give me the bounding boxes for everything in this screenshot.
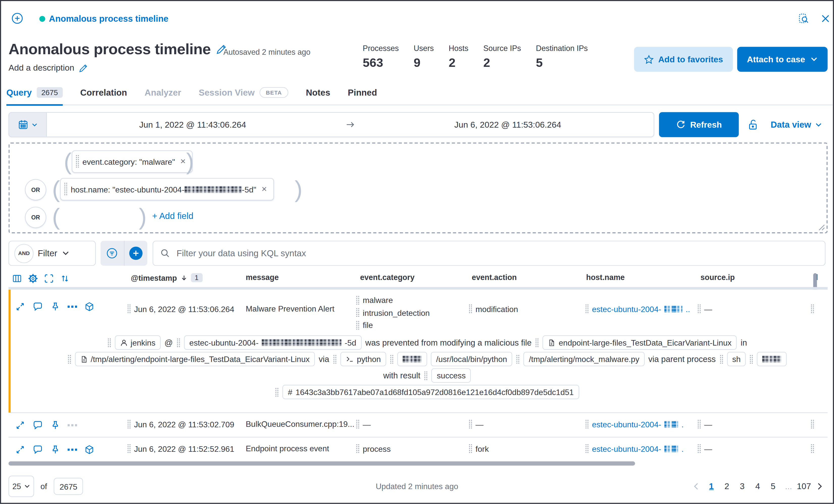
file-path-pill[interactable]: /tmp/alerting/endpoint-large-files_TestD… [75,352,315,366]
drag-handle[interactable] [585,444,589,453]
drag-handle[interactable] [64,182,68,196]
parent-process-pill[interactable]: sh [727,352,746,366]
drag-handle[interactable] [516,354,520,364]
kql-search-input[interactable] [175,248,818,259]
cell-source-ip[interactable]: — [697,304,712,314]
attach-to-case-button[interactable]: Attach to case [737,47,828,72]
redacted-pill[interactable] [397,352,427,366]
resize-handle-icon[interactable] [819,224,825,231]
remove-icon[interactable]: × [262,184,267,194]
drag-handle[interactable] [356,308,360,318]
cell-event-category[interactable]: — [356,419,371,429]
cell-event-category[interactable]: process [356,444,391,453]
process-pill[interactable]: python [340,352,386,366]
lock-date-picker-button[interactable] [743,112,763,137]
tab-correlation[interactable]: Correlation [80,88,127,106]
cell-event-action[interactable]: modification [468,304,518,314]
drag-handle[interactable] [468,419,472,429]
script-args-pill[interactable]: /tmp/alerting/mock_malware.py [524,352,645,366]
column-header-event-category[interactable]: event.category [360,273,415,282]
drag-handle[interactable] [585,304,589,314]
columns-button[interactable] [12,273,22,284]
cell-message[interactable]: BulkQueueConsumer.cpp:19... [246,419,354,429]
tab-query[interactable]: Query 2675 [6,87,63,106]
close-button[interactable] [820,14,831,24]
new-timeline-button[interactable] [10,12,24,25]
host-pill[interactable]: estec-ubuntu-2004--5d [184,336,361,350]
page-button-2[interactable]: 2 [720,479,734,493]
cell-event-category[interactable]: malware intrusion_detection file [356,294,430,331]
quick-select-button[interactable] [9,113,47,137]
drag-handle[interactable] [275,387,279,397]
query-pill-host-name[interactable]: host.name: "estec-ubuntu-2004--5d" × [60,178,274,200]
drag-handle[interactable] [75,155,79,168]
cell-host-name[interactable]: estec-ubuntu-2004-.. [585,304,690,314]
add-note-icon[interactable] [32,420,43,431]
cell-source-ip[interactable]: — [697,444,712,453]
drag-handle[interactable] [697,304,701,314]
drag-handle[interactable] [424,371,428,381]
saved-queries-button[interactable] [101,241,124,266]
drag-handle[interactable] [719,354,723,364]
table-row[interactable]: Jun 6, 2022 @ 11:52:52.961 Endpoint proc… [8,437,828,462]
cell-host-name[interactable]: estec-ubuntu-2004-. [585,444,684,453]
table-row[interactable]: Jun 6, 2022 @ 11:53:02.709 BulkQueueCons… [8,412,828,437]
page-button-107[interactable]: 107 [797,479,811,493]
drag-handle[interactable] [67,354,71,364]
drag-handle[interactable] [697,419,701,429]
redacted-pill[interactable] [757,352,787,366]
page-button-4[interactable]: 4 [750,479,765,493]
cell-message[interactable]: Malware Prevention Alert [246,304,334,313]
file-hash-pill[interactable]: # 1643c3a3bb7617abe07a1d68fd105a972d0816… [283,385,579,399]
drag-handle[interactable] [356,444,360,453]
horizontal-scrollbar[interactable] [8,461,635,466]
data-view-button[interactable]: Data view [767,112,826,137]
page-button-1[interactable]: 1 [704,479,719,493]
executable-pill[interactable]: /usr/local/bin/python [431,352,512,366]
cell-event-action[interactable]: — [468,419,483,429]
drag-handle[interactable] [811,304,814,314]
description-row[interactable]: Add a description [8,63,88,73]
drag-handle[interactable] [356,295,360,305]
user-pill[interactable]: jenkins [115,336,161,350]
more-actions-icon[interactable] [68,448,77,451]
column-header-message[interactable]: message [246,273,279,282]
drag-handle[interactable] [468,444,472,453]
tab-pinned[interactable]: Pinned [348,88,377,106]
more-actions-icon[interactable] [68,305,77,308]
pin-icon[interactable] [50,420,61,431]
pin-icon[interactable] [50,301,61,312]
cell-timestamp[interactable]: Jun 6, 2022 @ 11:52:52.961 [127,444,234,453]
drag-handle[interactable] [390,354,394,364]
add-to-favorites-button[interactable]: Add to favorites [634,47,733,72]
pin-icon[interactable] [50,444,61,455]
drag-handle[interactable] [697,444,701,453]
more-actions-icon[interactable] [68,423,77,427]
tab-analyzer[interactable]: Analyzer [145,88,181,106]
file-name-pill[interactable]: endpoint-large-files_TestData_EicarVaria… [543,336,737,350]
add-filter-button[interactable] [124,241,148,266]
cell-host-name[interactable]: estec-ubuntu-2004-. [585,419,684,429]
drag-handle[interactable] [750,354,753,364]
drag-handle[interactable] [535,338,539,347]
tab-notes[interactable]: Notes [306,88,330,106]
analyze-event-cube-icon[interactable] [84,301,95,312]
edit-description-pencil-icon[interactable] [79,64,88,73]
add-field-button[interactable]: + Add field [152,211,193,221]
start-date-button[interactable]: Jun 1, 2022 @ 11:43:06.264 [47,113,338,137]
drag-handle[interactable] [127,419,131,429]
cell-timestamp[interactable]: Jun 6, 2022 @ 11:53:02.709 [127,419,234,429]
drag-handle[interactable] [585,419,589,429]
expand-event-icon[interactable] [15,420,25,431]
column-header-event-action[interactable]: event.action [472,273,517,282]
filter-dropdown[interactable]: AND Filter [8,241,96,266]
cell-source-ip[interactable]: — [697,419,712,429]
remove-icon[interactable]: × [180,156,185,167]
analyze-event-cube-icon[interactable] [84,444,95,455]
kql-search-box[interactable] [153,241,826,266]
drag-handle[interactable] [107,338,111,347]
expand-event-icon[interactable] [15,444,25,455]
column-header-source-ip[interactable]: source.ip [700,273,735,282]
end-date-button[interactable]: Jun 6, 2022 @ 11:53:06.264 [362,113,654,137]
query-pill-event-category[interactable]: event.category: "malware" × [72,150,192,173]
